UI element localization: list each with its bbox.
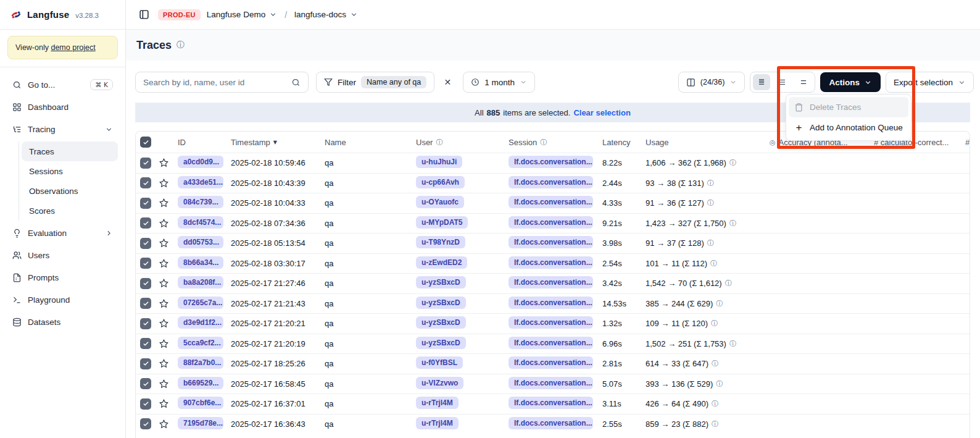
demo-project-link[interactable]: demo project [51,43,95,52]
search-input[interactable] [143,78,286,87]
info-icon[interactable]: ⓘ [707,238,714,248]
sidebar-item-dashboard[interactable]: Dashboard [7,96,118,118]
sidebar-item-sessions[interactable]: Sessions [22,161,118,181]
trace-id-badge[interactable]: 084c739... [178,196,223,208]
columns-button[interactable]: (24/36) [678,72,745,93]
row-height-compact-button[interactable] [753,74,770,90]
trace-id-badge[interactable]: 5cca9cf2... [178,337,223,349]
bookmark-star-button[interactable] [159,379,173,389]
table-row[interactable]: 8b66a34...2025-02-18 03:30:17qau-zEwdED2… [136,253,970,274]
row-checkbox[interactable] [140,258,151,269]
table-row[interactable]: d3e9d1f2...2025-02-17 21:20:21qau-yzSBxc… [136,313,970,334]
bookmark-star-button[interactable] [159,259,173,268]
bookmark-star-button[interactable] [159,399,173,408]
table-row[interactable]: 084c739...2025-02-18 10:04:33qau-OYauofc… [136,193,970,213]
session-id-badge[interactable]: lf.docs.conversation... [509,377,593,389]
session-id-badge[interactable]: lf.docs.conversation... [509,276,593,288]
user-id-badge[interactable]: u-yzSBxcD [416,337,466,349]
bookmark-star-button[interactable] [159,419,173,429]
info-icon[interactable]: ⓘ [710,259,717,268]
info-icon[interactable]: ⓘ [725,279,732,288]
column-header-latency[interactable]: Latency [602,138,646,147]
sidebar-item-tracing[interactable]: Tracing [7,118,118,140]
bookmark-star-button[interactable] [159,319,173,328]
column-header-usage[interactable]: Usage [646,138,770,147]
user-id-badge[interactable]: u-cp66Avh [416,176,465,188]
trace-id-badge[interactable]: d3e9d1f2... [178,316,223,329]
info-icon[interactable]: ⓘ [712,399,718,408]
session-id-badge[interactable]: lf.docs.conversation... [509,176,593,188]
row-checkbox[interactable] [140,338,151,349]
sidebar-item-evaluation[interactable]: Evaluation [7,222,118,244]
row-checkbox[interactable] [140,177,151,188]
time-range-button[interactable]: 1 month [463,72,535,93]
bookmark-star-button[interactable] [159,238,173,248]
trace-id-badge[interactable]: b669529... [178,377,223,389]
row-checkbox[interactable] [140,378,151,389]
info-icon[interactable]: ⓘ [176,40,185,51]
user-id-badge[interactable]: u-zEwdED2 [416,256,467,269]
user-id-badge[interactable]: u-MYpDAT5 [416,216,468,229]
trace-id-badge[interactable]: a0cd0d9... [178,156,223,168]
session-id-badge[interactable]: lf.docs.conversation... [509,337,593,349]
row-height-medium-button[interactable] [774,74,791,90]
column-header-score-3[interactable]: # c... [965,138,970,147]
trace-id-badge[interactable]: 907cbf6e... [178,397,223,409]
session-id-badge[interactable]: lf.docs.conversation... [509,356,593,369]
bookmark-star-button[interactable] [159,359,173,368]
table-row[interactable]: a0cd0d9...2025-02-18 10:59:46qau-huJhuJi… [136,153,970,173]
user-id-badge[interactable]: u-yzSBxcD [416,316,466,329]
info-icon[interactable]: ⓘ [712,359,718,368]
table-row[interactable]: dd05753...2025-02-18 05:13:54qau-T98YnzD… [136,233,970,253]
trace-id-badge[interactable]: 07265c7a... [178,297,223,309]
row-height-tall-button[interactable] [795,74,812,90]
info-icon[interactable]: ⓘ [729,219,736,228]
table-row[interactable]: 8dcf4574...2025-02-18 07:34:36qau-MYpDAT… [136,213,970,234]
user-id-badge[interactable]: u-rTrjI4M [416,417,459,429]
sidebar-item-prompts[interactable]: Prompts [7,266,118,288]
search-box[interactable] [135,72,309,93]
table-row[interactable]: a433de51...2025-02-18 10:43:39qau-cp66Av… [136,173,970,193]
goto-button[interactable]: Go to... ⌘ K [7,74,118,96]
bookmark-star-button[interactable] [159,158,173,167]
info-icon[interactable]: ⓘ [707,198,714,208]
session-id-badge[interactable]: lf.docs.conversation... [509,397,593,409]
row-checkbox[interactable] [140,318,151,329]
row-checkbox[interactable] [140,158,151,169]
user-id-badge[interactable]: u-rTrjI4M [416,397,459,409]
session-id-badge[interactable]: lf.docs.conversation... [509,156,593,168]
sidebar-item-traces[interactable]: Traces [22,141,118,161]
user-id-badge[interactable]: u-huJhuJi [416,156,462,168]
clear-filter-button[interactable]: ✕ [439,74,455,90]
project-selector[interactable]: langfuse-docs [294,10,358,19]
clear-selection-link[interactable]: Clear selection [573,108,631,117]
row-checkbox[interactable] [140,418,151,429]
bookmark-star-button[interactable] [159,198,173,208]
select-all-checkbox[interactable] [140,137,151,148]
column-header-id[interactable]: ID [178,138,231,147]
user-id-badge[interactable]: u-T98YnzD [416,236,465,248]
user-id-badge[interactable]: u-OYauofc [416,196,464,208]
sidebar-item-users[interactable]: Users [7,244,118,266]
sidebar-item-datasets[interactable]: Datasets [7,311,118,333]
column-header-timestamp[interactable]: Timestamp▼ [231,138,325,147]
row-checkbox[interactable] [140,238,151,249]
user-id-badge[interactable]: u-yzSBxcD [416,297,466,309]
row-checkbox[interactable] [140,358,151,369]
info-icon[interactable]: ⓘ [729,339,736,348]
trace-id-badge[interactable]: dd05753... [178,236,223,248]
info-icon[interactable]: ⓘ [716,299,723,308]
bookmark-star-button[interactable] [159,219,173,228]
trace-id-badge[interactable]: 8dcf4574... [178,216,223,229]
row-checkbox[interactable] [140,198,151,209]
session-id-badge[interactable]: lf.docs.conversation... [509,316,593,329]
info-icon[interactable]: ⓘ [716,379,723,389]
table-row[interactable]: 907cbf6e...2025-02-17 16:37:01qau-rTrjI4… [136,394,970,414]
table-row[interactable]: 88f2a7b0...2025-02-17 18:25:26qau-f0YfBS… [136,353,970,374]
info-icon[interactable]: ⓘ [711,319,718,328]
trace-id-badge[interactable]: 7195d78e... [178,417,223,429]
menu-item-add-to-annotation-queue[interactable]: +Add to Annotation Queue [789,117,908,138]
row-checkbox[interactable] [140,298,151,309]
sidebar-item-observations[interactable]: Observations [22,181,118,201]
export-selection-button[interactable]: Export selection [886,72,974,93]
